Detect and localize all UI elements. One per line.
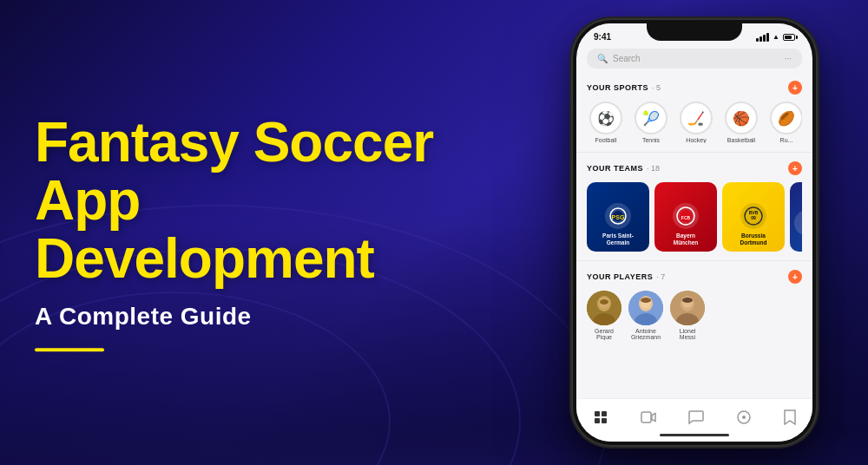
psg-name: Paris Saint-Germain	[602, 232, 634, 246]
signal-icon	[756, 33, 769, 42]
sports-count: · 5	[652, 83, 661, 92]
basketball-label: Basketball	[727, 137, 755, 143]
nav-discover[interactable]	[736, 409, 752, 425]
status-time: 9:41	[594, 32, 611, 42]
griezmann-avatar	[628, 291, 663, 325]
team-card-psg[interactable]: PSG Paris Saint-Germain	[587, 182, 649, 252]
team-card-bvb[interactable]: BVB 09 BorussiaDortmund	[722, 182, 785, 252]
battery-fill	[785, 36, 792, 39]
nav-home[interactable]	[593, 409, 608, 425]
football-label: Football	[595, 137, 617, 143]
title-divider	[35, 348, 104, 351]
tennis-icon: 🎾	[635, 102, 667, 134]
svg-rect-25	[602, 411, 607, 416]
rugby-icon: 🏉	[770, 102, 802, 134]
tennis-label: Tennis	[642, 137, 660, 143]
player-pique[interactable]: GerardPique	[587, 291, 621, 340]
players-add-button[interactable]: +	[788, 270, 802, 284]
subtitle: A Complete Guide	[35, 303, 469, 331]
players-title-row: YOUR PLAYERS · 7	[587, 272, 665, 281]
team-card-blue[interactable]: M M	[790, 182, 802, 252]
nav-video[interactable]	[641, 409, 656, 425]
teams-section-header: YOUR TEAMS · 18 +	[587, 161, 802, 175]
svg-text:PSG: PSG	[612, 214, 625, 220]
svg-rect-28	[641, 412, 651, 422]
phone-screen: 9:41 ▲ 🔍 Search	[576, 23, 812, 442]
bvb-name: BorussiaDortmund	[740, 232, 766, 246]
svg-point-30	[742, 416, 746, 419]
players-section-header: YOUR PLAYERS · 7 +	[587, 270, 802, 284]
sports-row: ⚽ Football 🎾 Tennis 🏒 Hockey 🏀 Basketbal…	[587, 102, 802, 143]
search-more-icon: ···	[785, 54, 792, 63]
teams-title-row: YOUR TEAMS · 18	[587, 164, 660, 173]
home-indicator	[660, 434, 729, 436]
hockey-label: Hockey	[686, 137, 706, 143]
blue-team-logo: M	[794, 210, 802, 236]
sports-title-row: YOUR SPORTS · 5	[587, 83, 661, 92]
sport-item-tennis[interactable]: 🎾 Tennis	[632, 102, 670, 143]
teams-add-button[interactable]: +	[788, 161, 802, 175]
player-griezmann[interactable]: AntoineGriezmann	[628, 291, 663, 340]
team-card-bayern[interactable]: FCB BayernMünchen	[654, 182, 717, 252]
sport-item-rugby[interactable]: 🏉 Ru...	[767, 102, 802, 143]
nav-bookmark[interactable]	[784, 409, 796, 425]
sports-section-title: YOUR SPORTS	[587, 83, 648, 92]
search-placeholder: Search	[613, 54, 779, 63]
sport-item-basketball[interactable]: 🏀 Basketball	[722, 102, 760, 143]
pique-avatar	[587, 291, 621, 325]
search-icon: 🔍	[597, 54, 608, 63]
sport-item-hockey[interactable]: 🏒 Hockey	[677, 102, 715, 143]
teams-row: PSG Paris Saint-Germain FCB	[587, 182, 802, 252]
section-divider-1	[576, 152, 812, 153]
phone-frame: 9:41 ▲ 🔍 Search	[573, 20, 816, 445]
players-row: GerardPique AntoineGriezm	[587, 291, 802, 340]
svg-point-13	[600, 299, 608, 305]
search-bar[interactable]: 🔍 Search ···	[587, 49, 802, 69]
bayern-name: BayernMünchen	[674, 232, 699, 246]
wifi-icon: ▲	[773, 33, 779, 41]
svg-rect-27	[602, 418, 607, 423]
bayern-logo: FCB	[673, 203, 699, 229]
psg-logo: PSG	[605, 203, 631, 229]
players-section-title: YOUR PLAYERS	[587, 272, 653, 281]
sports-section-header: YOUR SPORTS · 5 +	[587, 81, 802, 95]
nav-chat[interactable]	[688, 409, 704, 425]
messi-avatar	[670, 291, 705, 325]
status-icons: ▲	[756, 33, 795, 42]
teams-count: · 18	[647, 164, 660, 173]
phone-mockup: 9:41 ▲ 🔍 Search	[573, 20, 816, 445]
svg-rect-26	[595, 418, 600, 423]
teams-section-title: YOUR TEAMS	[587, 164, 643, 173]
left-content: Fantasy Soccer App Development A Complet…	[35, 114, 469, 351]
sports-add-button[interactable]: +	[788, 81, 802, 95]
hockey-icon: 🏒	[680, 102, 713, 134]
section-divider-2	[576, 260, 812, 261]
messi-name: LionelMessi	[680, 328, 696, 340]
basketball-icon: 🏀	[725, 102, 758, 134]
main-title: Fantasy Soccer App Development	[35, 114, 469, 289]
player-messi[interactable]: LionelMessi	[670, 291, 705, 340]
your-players-section: YOUR PLAYERS · 7 +	[576, 265, 812, 345]
phone-notch	[647, 20, 742, 41]
griezmann-name: AntoineGriezmann	[631, 328, 661, 340]
your-teams-section: YOUR TEAMS · 18 + PSG	[576, 156, 812, 257]
your-sports-section: YOUR SPORTS · 5 + ⚽ Football 🎾 Tennis	[576, 75, 812, 148]
svg-text:FCB: FCB	[681, 215, 691, 220]
football-icon: ⚽	[589, 102, 622, 134]
pique-name: GerardPique	[595, 328, 614, 340]
svg-point-23	[682, 298, 693, 303]
sport-item-football[interactable]: ⚽ Football	[587, 102, 625, 143]
battery-icon	[783, 34, 795, 41]
svg-rect-24	[595, 411, 600, 416]
svg-point-18	[641, 298, 651, 303]
rugby-label: Ru...	[780, 137, 793, 143]
players-count: · 7	[656, 272, 665, 281]
bvb-logo: BVB 09	[740, 203, 766, 229]
svg-text:09: 09	[751, 215, 756, 220]
